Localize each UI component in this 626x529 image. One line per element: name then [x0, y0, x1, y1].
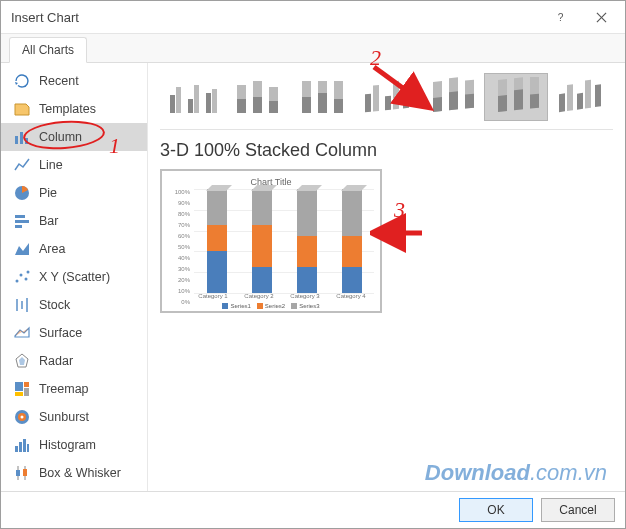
svg-rect-5 [25, 138, 28, 144]
tabstrip: All Charts [1, 34, 625, 63]
box-whisker-icon [13, 464, 31, 482]
chart-category-list: Recent Templates Column Line Pie [1, 63, 148, 491]
subtype-clustered-column[interactable] [160, 73, 225, 121]
main-panel: 3-D 100% Stacked Column Chart Title 100%… [148, 63, 625, 491]
svg-rect-74 [530, 94, 539, 109]
sidebar-item-column[interactable]: Column [1, 123, 147, 151]
ok-button[interactable]: OK [459, 498, 533, 522]
close-button[interactable] [581, 3, 621, 31]
svg-rect-49 [253, 97, 262, 113]
sidebar-item-recent[interactable]: Recent [1, 67, 147, 95]
sidebar-item-label: Histogram [39, 438, 96, 452]
sunburst-icon [13, 408, 31, 426]
svg-rect-40 [170, 95, 175, 113]
sidebar-item-box-whisker[interactable]: Box & Whisker [1, 459, 147, 487]
insert-chart-dialog: Insert Chart ? All Charts Recent [0, 0, 626, 529]
legend: Series1 Series2 Series3 [168, 303, 374, 309]
sidebar-item-bar[interactable]: Bar [1, 207, 147, 235]
svg-rect-66 [449, 91, 458, 110]
subtype-3d-column[interactable] [548, 73, 613, 121]
bar-3 [342, 189, 362, 293]
column-subtype-strip [160, 71, 613, 130]
cancel-button[interactable]: Cancel [541, 498, 615, 522]
svg-rect-47 [237, 99, 246, 113]
plot-area [194, 189, 374, 293]
sidebar-item-label: Pie [39, 186, 57, 200]
svg-rect-8 [15, 220, 29, 223]
bar-0 [207, 189, 227, 293]
scatter-icon [13, 268, 31, 286]
sidebar-item-label: Line [39, 158, 63, 172]
recent-icon [13, 72, 31, 90]
bar-icon [13, 212, 31, 230]
line-icon [13, 156, 31, 174]
svg-rect-77 [577, 93, 583, 110]
sidebar-item-treemap[interactable]: Treemap [1, 375, 147, 403]
sidebar-item-label: Templates [39, 102, 96, 116]
svg-rect-44 [206, 93, 211, 113]
subtype-100-stacked-column[interactable] [289, 73, 354, 121]
tab-all-charts[interactable]: All Charts [9, 37, 87, 63]
bar-2 [297, 189, 317, 293]
subtype-3d-stacked-column[interactable] [419, 73, 484, 121]
svg-rect-59 [373, 85, 379, 112]
sidebar-item-surface[interactable]: Surface [1, 319, 147, 347]
sidebar-item-histogram[interactable]: Histogram [1, 431, 147, 459]
sidebar-item-scatter[interactable]: X Y (Scatter) [1, 263, 147, 291]
templates-icon [13, 100, 31, 118]
svg-rect-9 [15, 225, 22, 228]
chart-preview[interactable]: Chart Title 100% 90% 80% 70% 60% 50% 40%… [160, 169, 382, 313]
svg-rect-76 [567, 84, 573, 111]
sidebar-item-label: Radar [39, 354, 73, 368]
svg-rect-27 [19, 442, 22, 452]
svg-rect-75 [559, 93, 565, 112]
svg-rect-33 [23, 469, 27, 476]
3d-clustered-column-icon [359, 77, 415, 117]
subtype-3d-clustered-column[interactable] [354, 73, 419, 121]
sidebar-item-area[interactable]: Area [1, 235, 147, 263]
svg-point-13 [27, 271, 30, 274]
sidebar-item-waterfall[interactable]: Waterfall [1, 487, 147, 491]
sidebar-item-label: Surface [39, 326, 82, 340]
sidebar-item-label: Sunburst [39, 410, 89, 424]
sidebar-item-label: Treemap [39, 382, 89, 396]
sidebar-item-label: Column [39, 130, 82, 144]
histogram-icon [13, 436, 31, 454]
svg-rect-7 [15, 215, 25, 218]
sidebar-item-pie[interactable]: Pie [1, 179, 147, 207]
svg-rect-41 [176, 87, 181, 113]
subtype-3d-100-stacked-column[interactable] [484, 73, 549, 121]
selected-chart-name: 3-D 100% Stacked Column [160, 140, 613, 161]
svg-rect-78 [585, 80, 591, 109]
svg-rect-26 [15, 446, 18, 452]
help-button[interactable]: ? [541, 3, 581, 31]
svg-rect-19 [15, 382, 23, 391]
svg-rect-3 [15, 136, 18, 144]
svg-rect-70 [498, 95, 507, 112]
sidebar-item-label: Recent [39, 74, 79, 88]
sidebar-item-line[interactable]: Line [1, 151, 147, 179]
3d-stacked-column-icon [423, 77, 479, 117]
svg-point-12 [25, 278, 28, 281]
svg-rect-55 [318, 93, 327, 113]
sidebar-item-sunburst[interactable]: Sunburst [1, 403, 147, 431]
svg-rect-60 [385, 96, 391, 111]
svg-rect-28 [23, 439, 26, 452]
svg-rect-29 [27, 444, 29, 452]
subtype-stacked-column[interactable] [225, 73, 290, 121]
sidebar-item-stock[interactable]: Stock [1, 291, 147, 319]
stock-icon [13, 296, 31, 314]
svg-rect-62 [403, 86, 409, 109]
column-icon [13, 128, 31, 146]
sidebar-item-radar[interactable]: Radar [1, 347, 147, 375]
close-icon [596, 12, 607, 23]
svg-rect-22 [15, 392, 23, 396]
clustered-column-icon [164, 77, 220, 117]
svg-rect-20 [24, 382, 29, 387]
sidebar-item-templates[interactable]: Templates [1, 95, 147, 123]
sidebar-item-label: Area [39, 242, 65, 256]
svg-rect-4 [20, 132, 23, 144]
area-icon [13, 240, 31, 258]
svg-rect-51 [269, 101, 278, 113]
y-axis-ticks: 100% 90% 80% 70% 60% 50% 40% 30% 20% 10% [168, 189, 192, 305]
